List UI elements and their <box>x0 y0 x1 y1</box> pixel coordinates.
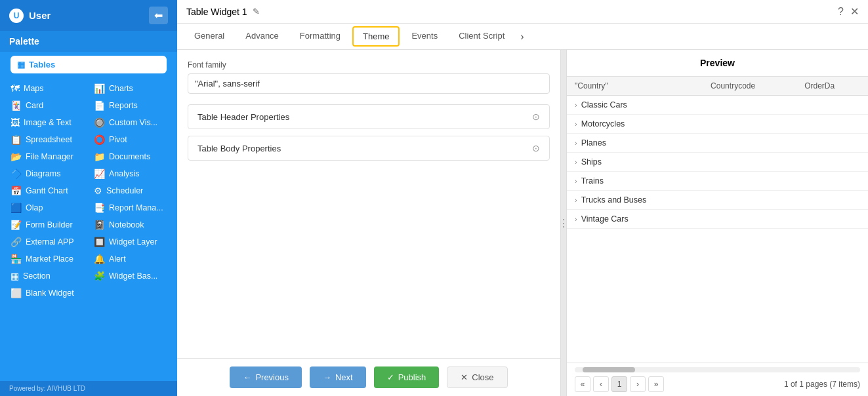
spreadsheet-icon: 📋 <box>10 134 22 145</box>
widget-edit-icon[interactable]: ✎ <box>253 7 260 16</box>
olap-icon: 🟦 <box>10 203 22 213</box>
close-button[interactable]: ✕ Close <box>447 366 507 388</box>
app-title-area: U User <box>9 9 51 23</box>
sidebar-item-notebook[interactable]: 📓 Notebook <box>89 216 172 233</box>
close-label: Close <box>472 372 493 382</box>
horizontal-scrollbar[interactable] <box>575 367 860 372</box>
scheduler-icon: ⚙ <box>94 186 102 196</box>
last-page-button[interactable]: » <box>648 376 664 392</box>
analysis-label: Analysis <box>109 169 140 178</box>
market-place-icon: 🏪 <box>10 254 22 264</box>
widget-layer-label: Widget Layer <box>109 237 157 247</box>
sidebar-item-diagrams[interactable]: 🔷 Diagrams <box>5 165 89 182</box>
charts-label: Charts <box>109 84 133 93</box>
sidebar-item-blank-widget[interactable]: ⬜ Blank Widget <box>5 285 89 302</box>
expand-icon[interactable]: › <box>575 120 577 128</box>
tab-client-script[interactable]: Client Script <box>448 24 515 49</box>
tab-advance[interactable]: Advance <box>235 24 289 49</box>
widget-help-button[interactable]: ? <box>838 5 844 18</box>
palette-title: Palette <box>0 31 177 52</box>
main-content: Table Widget 1 ✎ ? ✕ General Advance For… <box>177 0 868 396</box>
table-row: › Classic Cars <box>567 96 868 115</box>
close-icon: ✕ <box>461 372 468 382</box>
sidebar-item-section[interactable]: ▦ Section <box>5 267 89 285</box>
pivot-icon: ⭕ <box>94 134 105 145</box>
sidebar-item-form-builder[interactable]: 📝 Form Builder <box>5 216 89 233</box>
table-row: › Vintage Cars <box>567 210 868 229</box>
current-page-button[interactable]: 1 <box>611 376 627 392</box>
reports-label: Reports <box>109 101 138 110</box>
table-row: › Ships <box>567 153 868 172</box>
expand-icon[interactable]: › <box>575 177 577 185</box>
widget-close-button[interactable]: ✕ <box>850 5 859 18</box>
sidebar-item-spreadsheet[interactable]: 📋 Spreadsheet <box>5 131 89 148</box>
sidebar-item-external-app[interactable]: 🔗 External APP <box>5 233 89 250</box>
sidebar-item-pivot[interactable]: ⭕ Pivot <box>89 131 172 148</box>
sidebar-item-image-text[interactable]: 🖼 Image & Text <box>5 114 89 131</box>
tab-general[interactable]: General <box>184 24 235 49</box>
row-trains: › Trains <box>567 172 703 191</box>
expand-icon[interactable]: › <box>575 101 577 109</box>
sidebar-item-scheduler[interactable]: ⚙ Scheduler <box>89 182 172 199</box>
table-header-properties-toggle[interactable]: Table Header Properties ⊙ <box>188 105 549 129</box>
table-row: › Planes <box>567 134 868 153</box>
col-orderdate: OrderDa <box>796 77 868 96</box>
sidebar-item-report-manager[interactable]: 📑 Report Mana... <box>89 199 172 216</box>
publish-icon: ✓ <box>387 372 394 382</box>
next-button[interactable]: → Next <box>310 366 366 388</box>
sidebar-item-alert[interactable]: 🔔 Alert <box>89 250 172 267</box>
expand-icon[interactable]: › <box>575 158 577 166</box>
sidebar-item-analysis[interactable]: 📈 Analysis <box>89 165 172 182</box>
sidebar-item-gantt-chart[interactable]: 📅 Gantt Chart <box>5 182 89 199</box>
expand-icon[interactable]: › <box>575 139 577 147</box>
widget-title-text: Table Widget 1 <box>186 7 247 17</box>
first-page-button[interactable]: « <box>575 376 590 392</box>
col-country: "Country" <box>567 77 703 96</box>
table-body-collapse-icon: ⊙ <box>532 143 540 153</box>
row-planes: › Planes <box>567 134 703 153</box>
sidebar-item-market-place[interactable]: 🏪 Market Place <box>5 250 89 267</box>
widget-layer-icon: 🔲 <box>94 237 105 247</box>
next-page-button[interactable]: › <box>630 376 646 392</box>
table-body-properties-toggle[interactable]: Table Body Properties ⊙ <box>188 136 549 160</box>
tab-more-button[interactable]: › <box>515 24 529 49</box>
scrollbar-thumb <box>583 367 635 372</box>
sidebar-item-olap[interactable]: 🟦 Olap <box>5 199 89 216</box>
tab-theme[interactable]: Theme <box>352 26 400 47</box>
custom-vis-icon: 🔘 <box>94 117 105 128</box>
preview-table-area: "Country" Countrycode OrderDa › Classic … <box>567 77 868 363</box>
gantt-chart-icon: 📅 <box>10 186 22 196</box>
charts-icon: 📊 <box>94 83 105 94</box>
preview-title: Preview <box>567 50 868 77</box>
sidebar-item-documents[interactable]: 📁 Documents <box>89 148 172 165</box>
sidebar-item-widget-layer[interactable]: 🔲 Widget Layer <box>89 233 172 250</box>
tables-icon: ▦ <box>17 60 25 69</box>
tab-formatting[interactable]: Formatting <box>289 24 351 49</box>
table-header-collapse-icon: ⊙ <box>532 111 540 122</box>
publish-label: Publish <box>398 372 426 382</box>
sidebar-item-tables-active[interactable]: ▦ Tables <box>10 56 167 73</box>
panel-divider[interactable] <box>561 50 566 396</box>
tab-events[interactable]: Events <box>401 24 448 49</box>
section-icon: ▦ <box>10 271 19 281</box>
sidebar-item-custom-vis[interactable]: 🔘 Custom Vis... <box>89 114 172 131</box>
font-family-label: Font family <box>188 60 550 69</box>
publish-button[interactable]: ✓ Publish <box>374 366 440 388</box>
form-builder-label: Form Builder <box>26 220 73 229</box>
prev-page-button[interactable]: ‹ <box>593 376 609 392</box>
form-builder-icon: 📝 <box>10 220 22 230</box>
previous-button[interactable]: ← Previous <box>230 366 302 388</box>
sidebar-item-widget-base[interactable]: 🧩 Widget Bas... <box>89 267 172 285</box>
table-row: › Motorcycles <box>567 115 868 134</box>
sidebar-item-charts[interactable]: 📊 Charts <box>89 80 172 97</box>
widget-title-area: Table Widget 1 ✎ <box>186 7 260 17</box>
expand-icon[interactable]: › <box>575 215 577 223</box>
sidebar-item-maps[interactable]: 🗺 Maps <box>5 80 89 97</box>
sidebar-item-reports[interactable]: 📄 Reports <box>89 97 172 114</box>
sidebar-item-file-manager[interactable]: 📂 File Manager <box>5 148 89 165</box>
back-button[interactable]: ⬅ <box>149 7 168 24</box>
sidebar-item-card[interactable]: 🃏 Card <box>5 97 89 114</box>
expand-icon[interactable]: › <box>575 196 577 204</box>
table-header-properties-section: Table Header Properties ⊙ <box>188 104 550 129</box>
table-header-properties-label: Table Header Properties <box>197 112 289 122</box>
